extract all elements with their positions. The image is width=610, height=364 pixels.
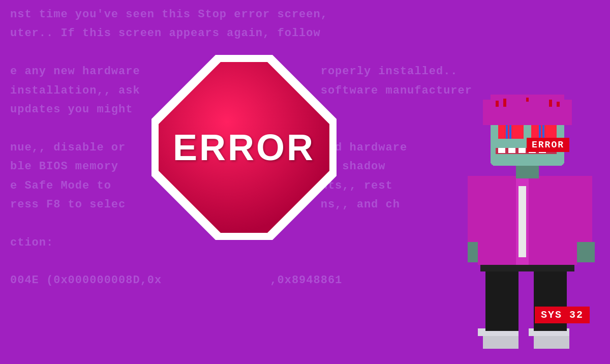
character-error-badge: ERROR xyxy=(527,138,569,152)
stop-sign-label: ERROR xyxy=(173,127,315,168)
svg-rect-12 xyxy=(468,176,480,247)
svg-rect-37 xyxy=(557,102,560,107)
svg-rect-24 xyxy=(508,148,515,153)
svg-rect-36 xyxy=(549,100,552,107)
svg-rect-14 xyxy=(574,176,592,247)
svg-rect-38 xyxy=(526,98,529,102)
svg-rect-35 xyxy=(503,99,506,107)
svg-rect-6 xyxy=(485,267,518,331)
stop-sign: ERROR xyxy=(147,51,341,244)
character-sys-badge: SYS 32 xyxy=(535,307,590,323)
svg-rect-25 xyxy=(518,148,526,153)
bsod-line-1: nst time you've seen this Stop error scr… xyxy=(10,5,600,24)
svg-rect-15 xyxy=(577,242,595,262)
svg-rect-11 xyxy=(518,186,526,257)
svg-rect-13 xyxy=(468,242,478,262)
svg-rect-23 xyxy=(498,148,505,153)
svg-rect-34 xyxy=(496,101,499,107)
stop-sign-container: ERROR xyxy=(137,41,351,254)
character-area: ERROR SYS 32 xyxy=(442,59,595,364)
